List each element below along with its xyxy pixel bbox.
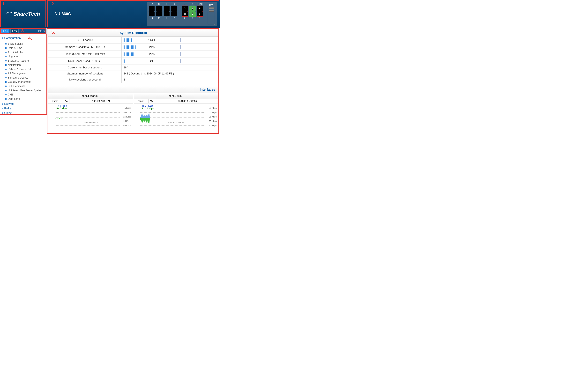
port-11[interactable] xyxy=(156,11,162,16)
callout-num-2: 2. xyxy=(51,1,55,6)
port-7[interactable] xyxy=(171,11,177,16)
sidebar: IPv4 IPv6 3. MENU Configuration 4. Basic… xyxy=(0,28,46,135)
usb-slot-1 xyxy=(209,7,214,9)
usb-slot-2 xyxy=(209,10,214,12)
logo-area: ShareTech 1. xyxy=(0,0,46,28)
callout-box-1 xyxy=(0,0,46,27)
main: 5. System Resource CPU Loading14.0%Memor… xyxy=(46,28,220,135)
port-4[interactable]: 3 xyxy=(182,6,188,11)
nav: Configuration 4. Basic SettingDate & Tim… xyxy=(0,34,46,117)
ip-menu-bar: IPv4 IPv6 3. MENU xyxy=(0,28,46,34)
header: ShareTech 1. 2. NU-860C 121086 131197 42… xyxy=(0,0,220,28)
port-group-left: 121086 131197 xyxy=(149,3,177,25)
callout-num-1: 1. xyxy=(2,1,6,6)
callout-box-4 xyxy=(0,34,47,115)
content: IPv4 IPv6 3. MENU Configuration 4. Basic… xyxy=(0,28,220,135)
port-1[interactable]: 3 xyxy=(197,11,203,16)
port-9[interactable] xyxy=(164,11,169,16)
port-6[interactable] xyxy=(171,6,177,11)
port-10[interactable] xyxy=(156,6,162,11)
port-2[interactable]: 1 xyxy=(189,6,195,11)
port-mgmt[interactable]: 0 xyxy=(197,6,203,11)
usb-group: USB xyxy=(208,3,215,25)
usb-label: USB xyxy=(209,4,213,6)
port-5[interactable]: H xyxy=(182,11,188,16)
tx-label: Tx 14 Kbps xyxy=(142,104,154,107)
port-group-right: 42MGMT 3 1 0 H 2 3 531 xyxy=(182,3,203,25)
port-13[interactable] xyxy=(149,11,155,16)
iface-chart: Tx 14 KbpsRx 16 Kbps75 Kbps50 Kbps25 Kbp… xyxy=(134,103,218,133)
port-3[interactable]: 2 xyxy=(189,11,195,16)
port-12[interactable] xyxy=(149,6,155,11)
tx-label: Tx 0 Kbps xyxy=(56,104,67,107)
port-panel: 121086 131197 42MGMT 3 1 0 H 2 3 531 xyxy=(147,2,217,26)
port-8[interactable] xyxy=(164,6,169,11)
callout-box-3 xyxy=(0,28,46,34)
iface-chart: Tx 0 KbpsRx 0 Kbps75 Kbps50 Kbps25 Kbps2… xyxy=(48,103,133,133)
header-right: 2. NU-860C 121086 131197 42MGMT 3 1 0 H … xyxy=(46,0,220,28)
callout-num-5: 5. xyxy=(51,30,55,35)
last60-label: Last 60 seconds xyxy=(168,121,184,124)
last60-label: Last 60 seconds xyxy=(83,121,98,124)
